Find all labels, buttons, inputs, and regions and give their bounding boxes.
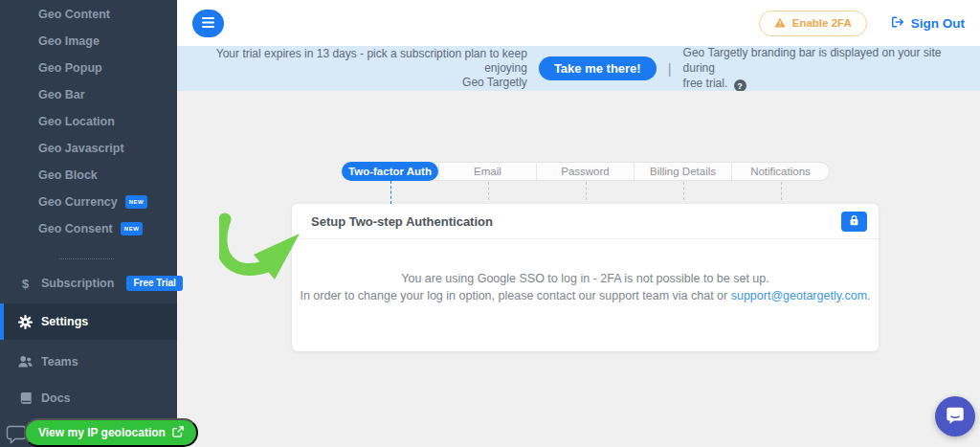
sidebar-item-label: Geo Currency [38, 195, 118, 209]
branding-note: Geo Targetly branding bar is displayed o… [683, 45, 967, 93]
sidebar-item-geo-location[interactable]: Geo Location [0, 108, 177, 135]
sidebar-item-subscription[interactable]: $ Subscription Free Trial [0, 269, 177, 298]
sidebar-item-geo-currency[interactable]: Geo Currency NEW [0, 189, 177, 215]
sidebar-item-label: Settings [41, 315, 88, 328]
sso-message-line1: You are using Google SSO to log in - 2FA… [401, 272, 769, 285]
chat-smile-icon [945, 405, 966, 429]
enable-2fa-label: Enable 2FA [792, 17, 852, 29]
card-body: You are using Google SSO to log in - 2FA… [292, 239, 879, 304]
hamburger-icon [202, 16, 214, 31]
tab-two-factor-auth[interactable]: Two-factor Auth [342, 162, 438, 181]
branding-note-line1: Geo Targetly branding bar is displayed o… [683, 46, 942, 75]
card-title: Setup Two-step Authentication [311, 214, 493, 229]
sidebar-item-geo-content[interactable]: Geo Content [0, 1, 177, 28]
tab-connector [488, 182, 489, 200]
sidebar-item-geo-popup[interactable]: Geo Popup [0, 55, 177, 81]
top-header: Enable 2FA Sign Out [177, 0, 980, 46]
sidebar-item-teams[interactable]: Teams [0, 347, 177, 376]
menu-toggle-button[interactable] [192, 10, 224, 37]
tab-connector [586, 182, 587, 200]
trial-message-line2: Geo Targetly [462, 76, 527, 89]
sidebar-item-label: Geo Block [38, 168, 98, 182]
sign-out-icon [890, 15, 904, 32]
trial-message-line1: Your trial expires in 13 days - pick a s… [216, 47, 527, 75]
settings-content: Two-factor Auth Email Password Billing D… [177, 91, 980, 447]
sidebar-item-label: Subscription [41, 277, 114, 290]
sign-out-label: Sign Out [911, 16, 965, 31]
enable-2fa-button[interactable]: Enable 2FA [759, 11, 867, 36]
tab-billing-details[interactable]: Billing Details [634, 163, 731, 180]
support-email-link[interactable]: support@geotargetly.com [731, 289, 867, 302]
trial-notification-bar: Your trial expires in 13 days - pick a s… [177, 46, 980, 91]
sso-message-suffix: . [867, 289, 870, 302]
free-trial-badge: Free Trial [126, 276, 182, 291]
settings-tab-bar: Two-factor Auth Email Password Billing D… [342, 162, 830, 181]
tab-connector [781, 182, 782, 200]
sidebar-item-label: Geo Location [38, 115, 115, 128]
main-area: Enable 2FA Sign Out Your trial expires i… [177, 0, 980, 447]
sign-out-button[interactable]: Sign Out [890, 15, 965, 32]
sidebar-item-label: Geo Javascript [38, 142, 124, 155]
sidebar-item-label: Teams [41, 355, 78, 369]
card-header: Setup Two-step Authentication [292, 204, 879, 239]
dollar-icon: $ [18, 277, 33, 291]
sidebar-item-label: Docs [41, 391, 71, 405]
sidebar-item-label: Geo Content [38, 8, 110, 21]
branding-note-line2: free trial. [683, 77, 728, 90]
sidebar-item-geo-consent[interactable]: Geo Consent NEW [0, 215, 177, 242]
sidebar-item-geo-javascript[interactable]: Geo Javascript [0, 135, 177, 162]
tab-email[interactable]: Email [438, 163, 536, 180]
sidebar-item-geo-bar[interactable]: Geo Bar [0, 81, 177, 108]
divider: | [668, 60, 672, 77]
warning-icon [774, 17, 786, 30]
ip-button-label: View my IP geolocation [38, 426, 166, 439]
lock-icon [849, 214, 859, 229]
sidebar-item-label: Geo Bar [38, 88, 85, 101]
book-icon [18, 391, 33, 405]
take-me-there-button[interactable]: Take me there! [539, 56, 657, 80]
sidebar-item-docs[interactable]: Docs [0, 384, 177, 413]
sidebar-item-geo-image[interactable]: Geo Image [0, 28, 177, 55]
external-link-icon [172, 426, 184, 440]
tab-notifications[interactable]: Notifications [731, 163, 829, 180]
sidebar: Geo Content Geo Image Geo Popup Geo Bar … [0, 0, 177, 447]
trial-message: Your trial expires in 13 days - pick a s… [190, 47, 527, 90]
new-badge: NEW [125, 195, 148, 209]
tab-connector [683, 182, 684, 200]
chat-widget-button[interactable] [935, 396, 975, 436]
sidebar-item-settings[interactable]: Settings [0, 303, 177, 340]
sso-message-line2: In order to change your log in option, p… [300, 289, 730, 302]
sidebar-item-label: Geo Popup [38, 61, 102, 75]
tab-password[interactable]: Password [536, 163, 634, 180]
gear-icon [18, 315, 33, 329]
sidebar-item-label: Geo Consent [38, 222, 113, 235]
view-ip-geolocation-button[interactable]: View my IP geolocation [24, 418, 198, 447]
sidebar-divider [59, 258, 114, 259]
sidebar-item-geo-block[interactable]: Geo Block [0, 162, 177, 189]
teams-icon [18, 355, 33, 369]
lock-button[interactable] [841, 212, 867, 232]
sidebar-item-label: Geo Image [38, 34, 100, 48]
tab-connector-active [390, 181, 391, 204]
new-badge: NEW [121, 222, 144, 235]
two-factor-auth-card: Setup Two-step Authentication You are us… [292, 204, 879, 351]
